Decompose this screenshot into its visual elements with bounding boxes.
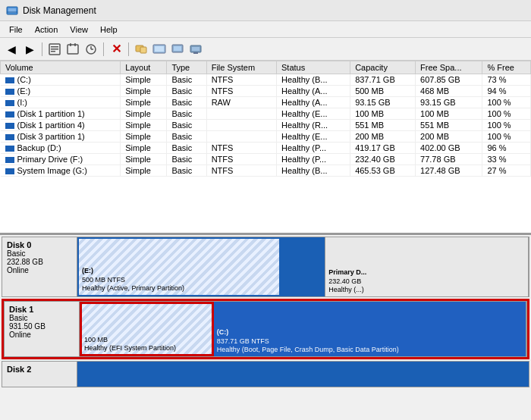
- cell-layout: Simple: [121, 74, 167, 86]
- menu-help[interactable]: Help: [94, 24, 124, 36]
- col-layout[interactable]: Layout: [121, 61, 167, 74]
- toolbar-sep-1: [42, 42, 42, 56]
- toolbar-btn-10[interactable]: [187, 41, 204, 58]
- disk1-partition-c[interactable]: (C:) 837.71 GB NTFS Healthy (Boot, Page …: [214, 302, 526, 356]
- disk0-partition-right[interactable]: Primary D... 232.40 GB Healthy (...): [325, 237, 529, 296]
- cell-status: Healthy (E...: [276, 131, 350, 143]
- table-row[interactable]: (C:) Simple Basic NTFS Healthy (B... 837…: [1, 74, 531, 86]
- cell-type: Basic: [167, 131, 206, 143]
- disk0-type: Basic: [7, 249, 72, 258]
- svg-rect-16: [155, 46, 164, 52]
- disk0-partition-e[interactable]: (E:) 500 MB NTFS Healthy (Active, Primar…: [77, 237, 281, 296]
- disk0-e-info: (E:) 500 MB NTFS Healthy (Active, Primar…: [82, 267, 276, 293]
- svg-rect-14: [140, 47, 146, 53]
- disk1-name: Disk 1: [9, 305, 74, 314]
- disk0-partitions: (E:) 500 MB NTFS Healthy (Active, Primar…: [77, 237, 529, 297]
- back-button[interactable]: ◀: [3, 41, 20, 58]
- cell-pct: 33 %: [482, 154, 531, 165]
- cell-pct: 100 %: [482, 97, 531, 108]
- disk-table: Volume Layout Type File System Status Ca…: [0, 61, 531, 177]
- cell-status: Healthy (B...: [276, 74, 350, 86]
- cell-free: 468 MB: [416, 86, 482, 97]
- disk2-partitions: [77, 361, 529, 387]
- disk0-status: Online: [7, 266, 72, 274]
- toolbar-btn-8[interactable]: [151, 41, 168, 58]
- table-row[interactable]: Primary Drive (F:) Simple Basic NTFS Hea…: [1, 154, 531, 165]
- cell-type: Basic: [167, 154, 206, 165]
- disk-table-area[interactable]: Volume Layout Type File System Status Ca…: [0, 61, 531, 235]
- cell-pct: 100 %: [482, 131, 531, 143]
- col-pct[interactable]: % Free: [482, 61, 531, 74]
- disk2-label: Disk 2: [2, 361, 77, 387]
- cell-free: 93.15 GB: [416, 97, 482, 108]
- cell-capacity: 93.15 GB: [350, 97, 416, 108]
- cell-type: Basic: [167, 86, 206, 97]
- cell-free: 607.85 GB: [416, 74, 482, 86]
- cell-fs: [206, 108, 276, 120]
- cell-capacity: 500 MB: [350, 86, 416, 97]
- cell-layout: Simple: [121, 97, 167, 108]
- cell-volume: System Image (G:): [1, 165, 121, 177]
- disk1-efi-info: 100 MB Healthy (EFI System Partition): [84, 336, 209, 353]
- cell-free: 127.48 GB: [416, 165, 482, 177]
- table-row[interactable]: (I:) Simple Basic RAW Healthy (A... 93.1…: [1, 97, 531, 108]
- toolbar-btn-7[interactable]: [133, 41, 149, 58]
- svg-rect-5: [51, 49, 58, 50]
- toolbar-btn-3[interactable]: [46, 41, 63, 58]
- cell-status: Healthy (A...: [276, 97, 350, 108]
- toolbar-btn-4[interactable]: [64, 41, 81, 58]
- menu-view[interactable]: View: [64, 24, 94, 36]
- col-capacity[interactable]: Capacity: [350, 61, 416, 74]
- cell-fs: [206, 120, 276, 131]
- delete-button[interactable]: ✕: [108, 41, 124, 58]
- disk2-row: Disk 2: [2, 361, 529, 387]
- cell-type: Basic: [167, 120, 206, 131]
- table-row[interactable]: Backup (D:) Simple Basic NTFS Healthy (P…: [1, 143, 531, 154]
- col-free[interactable]: Free Spa...: [416, 61, 482, 74]
- cell-status: Healthy (R...: [276, 120, 350, 131]
- svg-rect-20: [192, 47, 200, 51]
- svg-rect-6: [51, 51, 55, 52]
- cell-volume: (Disk 3 partition 1): [1, 131, 121, 143]
- col-status[interactable]: Status: [276, 61, 350, 74]
- menu-action[interactable]: Action: [29, 24, 64, 36]
- cell-fs: NTFS: [206, 143, 276, 154]
- cell-status: Healthy (A...: [276, 86, 350, 97]
- cell-pct: 100 %: [482, 108, 531, 120]
- cell-fs: RAW: [206, 97, 276, 108]
- cell-capacity: 551 MB: [350, 120, 416, 131]
- disk1-partition-efi[interactable]: 100 MB Healthy (EFI System Partition): [80, 302, 214, 356]
- table-row[interactable]: (E:) Simple Basic NTFS Healthy (A... 500…: [1, 86, 531, 97]
- disk1-type: Basic: [9, 314, 74, 322]
- cell-fs: NTFS: [206, 165, 276, 177]
- forward-button[interactable]: ▶: [21, 41, 38, 58]
- main-content: Volume Layout Type File System Status Ca…: [0, 61, 531, 420]
- svg-rect-8: [70, 43, 71, 46]
- cell-pct: 100 %: [482, 120, 531, 131]
- cell-type: Basic: [167, 97, 206, 108]
- cell-layout: Simple: [121, 120, 167, 131]
- cell-free: 200 MB: [416, 131, 482, 143]
- cell-volume: Backup (D:): [1, 143, 121, 154]
- cell-pct: 73 %: [482, 74, 531, 86]
- app-icon: [6, 5, 18, 17]
- cell-layout: Simple: [121, 165, 167, 177]
- table-row[interactable]: (Disk 3 partition 1) Simple Basic Health…: [1, 131, 531, 143]
- cell-layout: Simple: [121, 154, 167, 165]
- cell-status: Healthy (P...: [276, 154, 350, 165]
- disk0-label: Disk 0 Basic 232.88 GB Online: [2, 237, 77, 297]
- svg-rect-7: [68, 45, 78, 54]
- cell-capacity: 465.53 GB: [350, 165, 416, 177]
- table-row[interactable]: (Disk 1 partition 4) Simple Basic Health…: [1, 120, 531, 131]
- menu-file[interactable]: File: [3, 24, 29, 36]
- disk0-right-info: Primary D... 232.40 GB Healthy (...): [328, 268, 525, 295]
- toolbar-btn-5[interactable]: [83, 41, 99, 58]
- table-row[interactable]: (Disk 1 partition 1) Simple Basic Health…: [1, 108, 531, 120]
- table-row[interactable]: System Image (G:) Simple Basic NTFS Heal…: [1, 165, 531, 177]
- cell-volume: (Disk 1 partition 1): [1, 108, 121, 120]
- svg-rect-9: [74, 43, 76, 46]
- col-type[interactable]: Type: [167, 61, 206, 74]
- col-volume[interactable]: Volume: [1, 61, 121, 74]
- toolbar-btn-9[interactable]: [169, 41, 186, 58]
- col-fs[interactable]: File System: [206, 61, 276, 74]
